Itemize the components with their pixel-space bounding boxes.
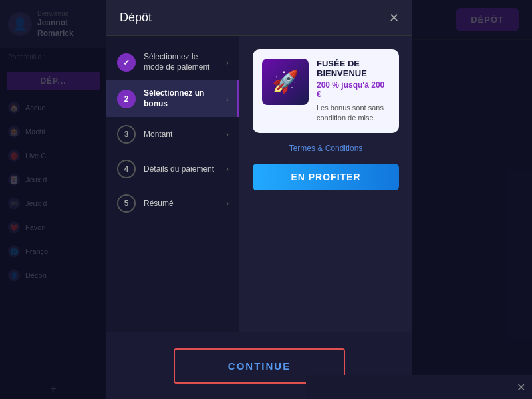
bonus-info: FUSÉE DE BIENVENUE 200 % jusqu'à 200 € L… bbox=[317, 59, 390, 124]
close-button[interactable]: ✕ bbox=[389, 12, 399, 24]
depot-modal-title: Dépôt bbox=[120, 11, 152, 25]
step-2-label: Sélectionnez un bonus bbox=[144, 88, 218, 109]
step-2[interactable]: 2 Sélectionnez un bonus ‹ bbox=[106, 80, 239, 117]
bonus-image-illustration: 🚀 bbox=[272, 71, 299, 92]
step-5-label: Résumé bbox=[144, 199, 174, 209]
step-1-number: ✓ bbox=[117, 53, 136, 72]
step-5-number: 5 bbox=[117, 194, 136, 213]
bonus-card: 🚀 FUSÉE DE BIENVENUE 200 % jusqu'à 200 €… bbox=[253, 49, 399, 133]
bonus-description: Les bonus sont sans condition de mise. bbox=[317, 103, 390, 124]
step-5[interactable]: 5 Résumé › bbox=[106, 186, 239, 221]
en-profiter-button[interactable]: EN PROFITER bbox=[253, 164, 399, 190]
bonus-name: FUSÉE DE BIENVENUE bbox=[317, 59, 390, 78]
modal-bottom-bar: ✕ bbox=[306, 375, 532, 399]
bonus-amount: 200 % jusqu'à 200 € bbox=[317, 80, 390, 99]
step-2-arrow: ‹ bbox=[226, 94, 229, 104]
step-4-label: Détails du paiement bbox=[144, 164, 214, 175]
step-3-number: 3 bbox=[117, 125, 136, 144]
step-1-label: Sélectionnez le mode de paiement bbox=[144, 52, 218, 72]
step-2-number: 2 bbox=[117, 90, 136, 108]
bottom-close-button[interactable]: ✕ bbox=[517, 381, 525, 394]
step-4-number: 4 bbox=[117, 160, 136, 178]
step-3[interactable]: 3 Montant › bbox=[106, 117, 239, 152]
step-4-arrow: › bbox=[226, 164, 229, 174]
step-1-arrow: › bbox=[226, 58, 229, 67]
step-1[interactable]: ✓ Sélectionnez le mode de paiement › bbox=[106, 44, 239, 80]
bonus-image: 🚀 bbox=[262, 59, 309, 105]
depot-modal-header: Dépôt ✕ bbox=[106, 0, 412, 36]
bonus-terms-link[interactable]: Termes & Conditions bbox=[253, 144, 399, 153]
step-4[interactable]: 4 Détails du paiement › bbox=[106, 152, 239, 186]
step-5-arrow: › bbox=[226, 199, 229, 208]
step-3-arrow: › bbox=[226, 130, 229, 139]
step-3-label: Montant bbox=[144, 130, 172, 140]
